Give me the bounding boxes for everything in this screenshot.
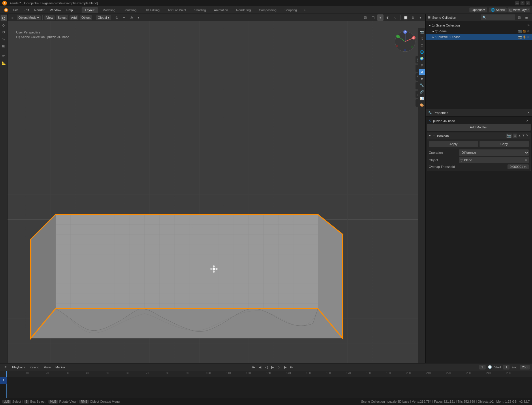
outliner-item-scene-collection[interactable]: ▾ 🗂 Scene Collection 👁	[426, 22, 532, 28]
viewport-shading-solid[interactable]: ●	[377, 14, 384, 21]
keying-menu[interactable]: Keying	[29, 365, 41, 370]
tab-animation[interactable]: Animation	[210, 7, 232, 13]
window-controls[interactable]: — □ ✕	[515, 1, 530, 5]
particles-props-icon[interactable]: ◆	[419, 75, 425, 82]
constraints-props-icon[interactable]: 🔗	[419, 89, 425, 95]
gizmos-btn[interactable]: ⊕	[410, 14, 416, 21]
render-camera-icon[interactable]: ⊞	[513, 134, 517, 138]
outliner-search[interactable]	[481, 14, 515, 20]
apply-button[interactable]: Apply	[429, 141, 478, 147]
minimize-button[interactable]: —	[515, 1, 519, 5]
options-dropdown[interactable]: Options ▾	[469, 7, 488, 12]
view-menu-tl[interactable]: View	[43, 365, 52, 370]
scene-selector[interactable]: 🌐 Scene	[489, 7, 506, 12]
add-menu-btn[interactable]: Add	[69, 15, 79, 20]
outliner-sort-icon[interactable]: ≣	[523, 14, 530, 21]
tab-sculpting[interactable]: Sculpting	[120, 7, 140, 13]
menu-window[interactable]: Window	[48, 8, 63, 12]
menu-edit[interactable]: Edit	[21, 8, 31, 12]
transform-orientation[interactable]: Global ▾	[96, 15, 111, 20]
move-tool-btn[interactable]: ⊹	[1, 22, 7, 28]
tab-rendering[interactable]: Rendering	[233, 7, 254, 13]
playback-menu[interactable]: Playback	[11, 365, 26, 370]
snap-magnet-icon[interactable]: ⊙	[114, 14, 120, 21]
world-props-icon[interactable]: 🌍	[419, 55, 425, 62]
material-props-icon[interactable]: 🎨	[419, 102, 425, 108]
tab-uv-editing[interactable]: UV Editing	[141, 7, 163, 13]
menu-help[interactable]: Help	[64, 8, 75, 12]
menu-file[interactable]: File	[11, 8, 21, 12]
add-modifier-button[interactable]: Add Modifier	[427, 124, 531, 131]
view-menu-btn[interactable]: View	[44, 15, 55, 20]
physics-props-icon[interactable]: 🔧	[419, 82, 425, 88]
viewport-shading-material[interactable]: ◐	[385, 14, 391, 21]
current-frame-display[interactable]: 1	[479, 365, 486, 370]
modifier-props-icon[interactable]: ⚙	[419, 69, 425, 75]
menu-blender[interactable]: B	[2, 7, 10, 13]
scale-tool-btn[interactable]: ⤡	[1, 36, 7, 42]
copy-button[interactable]: Copy	[480, 141, 529, 147]
puzzle-eye-icon[interactable]: 👁	[527, 35, 530, 39]
viewport-scene[interactable]: User Perspective (1) Scene Collection | …	[7, 21, 425, 398]
output-props-icon[interactable]: 🖨	[419, 35, 425, 42]
select-tool-btn[interactable]: ⬡	[1, 15, 7, 21]
tab-texture-paint[interactable]: Texture Paint	[164, 7, 189, 13]
snap-dropdown[interactable]: ▾	[121, 14, 127, 21]
tab-compositing[interactable]: Compositing	[255, 7, 280, 13]
puzzle-camera-icon[interactable]: 📷	[518, 35, 522, 39]
tab-modeling[interactable]: Modeling	[99, 7, 119, 13]
overlays-btn[interactable]: 🔲	[402, 14, 409, 21]
object-field[interactable]: ▽ Plane ✕	[459, 157, 529, 163]
start-frame-display[interactable]: 1	[503, 365, 510, 370]
annotate-tool-btn[interactable]: ✏	[1, 52, 7, 59]
xray-toggle[interactable]: ⊡	[362, 14, 369, 21]
threshold-value[interactable]: 0.000001 m	[507, 164, 529, 169]
navigation-gizmo[interactable]: X Y Z	[394, 30, 417, 53]
plane-render-icon[interactable]: 🔆	[522, 30, 526, 33]
measure-tool-btn[interactable]: 📐	[1, 59, 7, 66]
properties-close-icon[interactable]: ✕	[527, 111, 530, 115]
visibility-icon[interactable]: 👁	[527, 24, 530, 27]
viewport-menu-icon[interactable]: ≡	[9, 14, 16, 21]
view-layer-props-icon[interactable]: ◫	[419, 42, 425, 48]
object-name-close-icon[interactable]: ✕	[526, 119, 529, 123]
proportional-edit-icon[interactable]: ◎	[128, 14, 134, 21]
outliner-item-plane[interactable]: ▸ ▽ Plane 📷 🔆 👁	[426, 28, 532, 34]
puzzle-render-icon[interactable]: 🔆	[522, 35, 526, 39]
proportional-dropdown[interactable]: ▾	[135, 14, 142, 21]
plane-camera-icon[interactable]: 📷	[518, 30, 522, 33]
operation-dropdown[interactable]: Intersect Difference Union	[459, 149, 529, 156]
outliner-item-puzzle-3d-base[interactable]: ▸ ▽ puzzle 3D base 📷 🔆 👁	[426, 34, 532, 40]
jump-to-end-btn[interactable]: ⏭	[289, 365, 294, 370]
jump-to-start-btn[interactable]: ⏮	[251, 365, 256, 370]
object-data-props-icon[interactable]: 📊	[419, 95, 425, 102]
viewport[interactable]: ≡ Object Mode ▾ View Select Add Object G…	[7, 14, 425, 398]
marker-menu[interactable]: Marker	[54, 365, 66, 370]
object-props-icon[interactable]: ▽	[419, 62, 425, 68]
next-keyframe-btn[interactable]: ▶	[283, 365, 288, 370]
transform-tool-btn[interactable]: ⊞	[1, 43, 7, 49]
modifier-up-icon[interactable]: ▲	[518, 134, 521, 138]
viewport-shading-rendered[interactable]: ○	[392, 14, 398, 21]
play-btn[interactable]: ▶	[270, 365, 275, 370]
modifier-delete-icon[interactable]: ✕	[526, 134, 529, 138]
timeline-playhead[interactable]	[6, 371, 7, 377]
select-menu-btn[interactable]: Select	[56, 15, 68, 20]
outliner-filter-icon[interactable]: ⊟	[516, 14, 522, 21]
maximize-button[interactable]: □	[520, 1, 525, 5]
object-field-clear-icon[interactable]: ✕	[525, 159, 527, 162]
timeline-ruler[interactable]: 1 10 20 30 40 50 60 70 80 90 100 110 120…	[0, 371, 532, 377]
add-workspace-button[interactable]: +	[302, 7, 308, 13]
prev-keyframe-btn[interactable]: ◀	[257, 365, 263, 370]
menu-render[interactable]: Render	[32, 8, 47, 12]
next-frame-btn[interactable]: ▷	[277, 365, 282, 370]
object-menu-btn[interactable]: Object	[80, 15, 92, 20]
render-realtime-icon[interactable]: 📷	[506, 134, 512, 138]
end-frame-display[interactable]: 250	[520, 365, 530, 370]
layer-selector[interactable]: ◫ View Layer	[507, 7, 530, 12]
timeline-content[interactable]: 1	[0, 377, 532, 398]
modifier-down-icon[interactable]: ▼	[522, 134, 525, 138]
tab-shading[interactable]: Shading	[191, 7, 209, 13]
plane-eye-icon[interactable]: 👁	[527, 30, 530, 33]
tab-layout[interactable]: Layout	[82, 7, 98, 13]
